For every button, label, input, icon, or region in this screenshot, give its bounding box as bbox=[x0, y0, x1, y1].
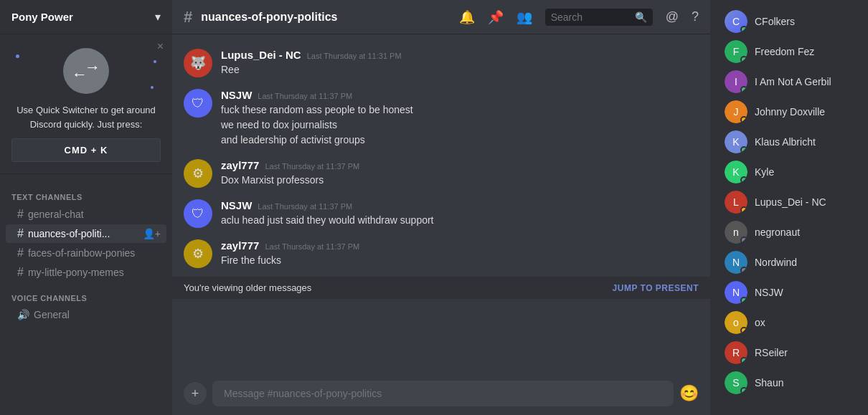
message-text: Fire the fucks bbox=[221, 253, 699, 268]
hash-icon: # bbox=[17, 227, 24, 240]
older-banner-text: You're viewing older messages bbox=[184, 282, 311, 293]
table-row: 🛡 NSJW Last Thursday at 11:37 PM aclu he… bbox=[172, 196, 710, 231]
sidebar-item-faces[interactable]: # faces-of-rainbow-ponies bbox=[6, 244, 166, 262]
voice-channel-name: General bbox=[34, 309, 70, 320]
voice-channels-header: VOICE CHANNELS bbox=[0, 282, 172, 305]
message-username: zayl777 bbox=[221, 239, 259, 252]
avatar: ⚙ bbox=[184, 159, 212, 188]
sidebar-item-general-voice[interactable]: 🔊 General bbox=[6, 306, 166, 323]
channel-name-general-chat: general-chat bbox=[28, 209, 161, 220]
member-name: negronaut bbox=[755, 226, 800, 238]
avatar: 🛡 bbox=[184, 199, 212, 228]
members-sidebar: CCFolkersFFreedom FezII Am Not A GerbilJ… bbox=[710, 0, 868, 415]
member-name: Kyle bbox=[755, 166, 774, 178]
server-sidebar: Pony Power ▾ × → ← Use Quick Switcher to… bbox=[0, 0, 172, 415]
topbar-channel-name: nuances-of-pony-politics bbox=[201, 11, 337, 24]
status-badge bbox=[740, 86, 747, 93]
messages-area: 🐺 Lupus_Dei - NC Last Thursday at 11:31 … bbox=[172, 34, 710, 381]
search-icon: 🔍 bbox=[635, 11, 647, 23]
list-item[interactable]: NNordwind bbox=[716, 248, 862, 277]
member-name: Shaun bbox=[755, 377, 783, 388]
hash-icon: # bbox=[17, 266, 24, 279]
status-badge bbox=[740, 267, 747, 274]
emoji-button[interactable]: 😊 bbox=[679, 384, 699, 403]
channel-name-memes: my-little-pony-memes bbox=[28, 267, 161, 278]
add-user-icon[interactable]: 👤+ bbox=[143, 228, 161, 239]
list-item[interactable]: RRSeiler bbox=[716, 338, 862, 367]
text-channels-header: TEXT CHANNELS bbox=[0, 181, 172, 204]
at-icon[interactable]: @ bbox=[666, 9, 679, 24]
message-timestamp: Last Thursday at 11:37 PM bbox=[265, 242, 359, 251]
jump-to-present-button[interactable]: JUMP TO PRESENT bbox=[613, 283, 699, 293]
member-name: I Am Not A Gerbil bbox=[755, 76, 831, 87]
quick-switcher-shortcut[interactable]: CMD + K bbox=[11, 138, 161, 162]
list-item[interactable]: JJohnny Doxville bbox=[716, 97, 862, 126]
arrow-left-icon: ← bbox=[72, 65, 88, 84]
avatar: ⚙ bbox=[184, 239, 212, 268]
pin-icon[interactable]: 📌 bbox=[488, 9, 504, 25]
member-name: Lupus_Dei - NC bbox=[755, 196, 826, 208]
list-item[interactable]: nnegronaut bbox=[716, 218, 862, 247]
table-row: ⚙ zayl777 Last Thursday at 11:37 PM Fire… bbox=[172, 237, 710, 271]
list-item[interactable]: NNSJW bbox=[716, 278, 862, 307]
message-timestamp: Last Thursday at 11:37 PM bbox=[265, 162, 359, 171]
list-item[interactable]: KKyle bbox=[716, 158, 862, 186]
member-name: Nordwind bbox=[755, 257, 797, 268]
topbar: # nuances-of-pony-politics 🔔 📌 👥 🔍 @ ? bbox=[172, 0, 710, 34]
main-content: # nuances-of-pony-politics 🔔 📌 👥 🔍 @ ? 🐺… bbox=[172, 0, 710, 415]
sidebar-item-nuances[interactable]: # nuances-of-politi... 👤+ bbox=[6, 224, 166, 243]
sidebar-item-memes[interactable]: # my-little-pony-memes bbox=[6, 263, 166, 282]
message-text: aclu head just said they would withdraw … bbox=[221, 213, 699, 228]
message-timestamp: Last Thursday at 11:37 PM bbox=[258, 92, 352, 100]
message-input[interactable] bbox=[212, 381, 674, 406]
server-name: Pony Power bbox=[11, 11, 73, 23]
help-icon[interactable]: ? bbox=[692, 9, 699, 24]
status-badge bbox=[740, 297, 747, 304]
list-item[interactable]: LLupus_Dei - NC bbox=[716, 188, 862, 216]
search-input[interactable] bbox=[551, 11, 631, 23]
list-item[interactable]: oox bbox=[716, 308, 862, 337]
channel-list: TEXT CHANNELS # general-chat # nuances-o… bbox=[0, 174, 172, 415]
list-item[interactable]: KKlaus Albricht bbox=[716, 128, 862, 156]
status-badge bbox=[740, 206, 747, 214]
status-badge bbox=[740, 116, 747, 123]
member-name: Klaus Albricht bbox=[755, 136, 816, 148]
qs-dot-1 bbox=[16, 54, 19, 58]
channel-name-nuances: nuances-of-politi... bbox=[28, 228, 140, 239]
message-text: Ree bbox=[221, 62, 699, 77]
server-header[interactable]: Pony Power ▾ bbox=[0, 0, 172, 34]
list-item[interactable]: FFreedom Fez bbox=[716, 37, 862, 66]
status-badge bbox=[740, 387, 747, 394]
qs-avatar: → ← bbox=[63, 48, 109, 94]
channel-name-faces: faces-of-rainbow-ponies bbox=[28, 247, 161, 259]
message-username: NSJW bbox=[221, 89, 252, 101]
member-name: CFolkers bbox=[755, 16, 795, 27]
message-username: Lupus_Dei - NC bbox=[221, 49, 301, 61]
list-item[interactable]: II Am Not A Gerbil bbox=[716, 67, 862, 96]
status-badge bbox=[740, 237, 747, 244]
quick-switcher-description: Use Quick Switcher to get around Discord… bbox=[11, 103, 161, 131]
quick-switcher-icon: → ← bbox=[11, 46, 161, 96]
member-name: RSeiler bbox=[755, 347, 788, 358]
members-icon[interactable]: 👥 bbox=[516, 9, 532, 25]
list-item[interactable]: SShaun bbox=[716, 368, 862, 397]
status-badge bbox=[740, 176, 747, 183]
add-attachment-button[interactable]: + bbox=[184, 382, 207, 405]
status-badge bbox=[740, 56, 747, 63]
member-name: Freedom Fez bbox=[755, 46, 814, 57]
sidebar-item-general-chat[interactable]: # general-chat bbox=[6, 205, 166, 224]
bell-icon[interactable]: 🔔 bbox=[459, 9, 475, 25]
search-bar[interactable]: 🔍 bbox=[545, 9, 653, 26]
list-item[interactable]: CCFolkers bbox=[716, 7, 862, 36]
status-badge bbox=[740, 327, 747, 334]
message-text: Dox Marxist professors bbox=[221, 173, 699, 188]
qs-dot-3 bbox=[151, 86, 154, 89]
hash-icon: # bbox=[17, 208, 24, 221]
status-badge bbox=[740, 357, 747, 364]
table-row: ⚙ zayl777 Last Thursday at 11:37 PM Dox … bbox=[172, 156, 710, 191]
avatar: 🐺 bbox=[184, 49, 212, 77]
message-timestamp: Last Thursday at 11:31 PM bbox=[307, 52, 402, 60]
member-name: ox bbox=[755, 317, 765, 328]
qs-dot-2 bbox=[154, 60, 156, 63]
channel-hash-icon: # bbox=[184, 8, 192, 27]
